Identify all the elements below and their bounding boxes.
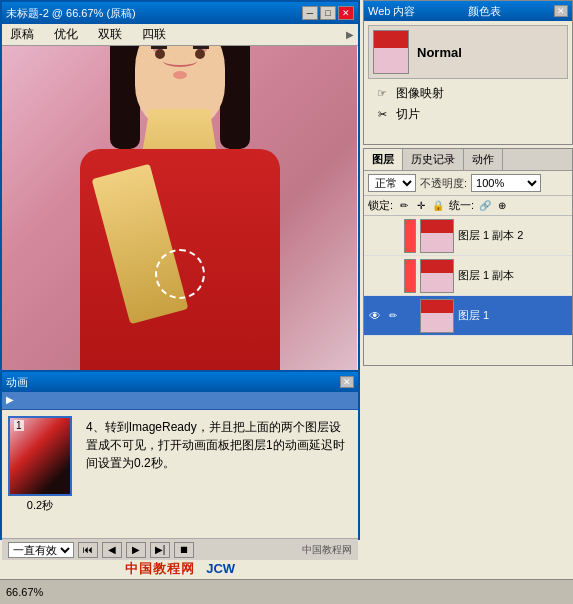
tab-history[interactable]: 历史记录 <box>403 149 464 170</box>
anim-prev-button[interactable]: ◀ <box>102 542 122 558</box>
opacity-select[interactable]: 100% <box>471 174 541 192</box>
web-tool-image-map[interactable]: ☞ 图像映射 <box>374 85 562 102</box>
zoom-level: 66.67% <box>6 586 43 598</box>
anim-strip-header: ▶ <box>2 392 358 410</box>
slice-icon: ✂ <box>374 107 390 123</box>
unite-icon2[interactable]: ⊕ <box>495 199 509 213</box>
anim-controls: 一直有效 ⏮ ◀ ▶ ▶| ⏹ 中国教程网 <box>2 538 358 560</box>
layer-visibility-icon[interactable]: 👁 <box>368 309 382 323</box>
main-canvas-window: 未标题-2 @ 66.67% (原稿) ─ □ ✕ 原稿 优化 双联 四联 ▶ <box>0 0 360 430</box>
layer-name-copy2: 图层 1 副本 2 <box>458 228 568 243</box>
anim-frame-1[interactable]: 1 0.2秒 <box>8 416 72 513</box>
anim-description: 4、转到ImageReady，并且把上面的两个图层设置成不可见，打开动画面板把图… <box>78 410 358 538</box>
anim-content: 1 0.2秒 4、转到ImageReady，并且把上面的两个图层设置成不可见，打… <box>2 410 358 538</box>
unite-label: 统一: <box>449 198 474 213</box>
layers-panel: 图层 历史记录 动作 正常 不透明度: 100% 锁定: ✏ ✛ 🔒 统一: 🔗… <box>363 148 573 366</box>
web-content-panel: Web 内容 颜色表 ✕ Normal ☞ 图像映射 ✂ 切片 <box>363 0 573 145</box>
minimize-button[interactable]: ─ <box>302 6 318 20</box>
watermark-logo-text: JCW <box>206 561 235 576</box>
anim-first-button[interactable]: ⏮ <box>78 542 98 558</box>
web-normal-label: Normal <box>417 45 462 60</box>
window-menu: 原稿 优化 双联 四联 ▶ <box>2 24 358 46</box>
layer-brush-icon <box>386 269 400 283</box>
layers-tabs: 图层 历史记录 动作 <box>364 149 572 171</box>
lock-icons: ✏ ✛ 🔒 <box>397 199 445 213</box>
menu-item-quad[interactable]: 四联 <box>138 24 170 45</box>
lock-all-icon[interactable]: 🔒 <box>431 199 445 213</box>
layer-color-box <box>404 259 416 293</box>
unite-icon1[interactable]: 🔗 <box>478 199 492 213</box>
layers-lock-bar: 锁定: ✏ ✛ 🔒 统一: 🔗 ⊕ <box>364 196 572 216</box>
web-tool2-label: 切片 <box>396 106 420 123</box>
layer-visibility-icon[interactable] <box>368 269 382 283</box>
layer-name-base: 图层 1 <box>458 308 568 323</box>
frame-duration-1: 0.2秒 <box>27 498 53 513</box>
lock-move-icon[interactable]: ✛ <box>414 199 428 213</box>
web-panel-header: Web 内容 颜色表 ✕ <box>364 1 572 21</box>
anim-strip-arrow: ▶ <box>2 392 18 407</box>
web-normal-item: Normal <box>368 25 568 79</box>
titlebar-buttons: ─ □ ✕ <box>302 6 354 20</box>
web-thumbnail <box>373 30 409 74</box>
layer-row-copy1[interactable]: 图层 1 副本 <box>364 256 572 296</box>
maximize-button[interactable]: □ <box>320 6 336 20</box>
layer-row-base[interactable]: 👁 ✏ 图层 1 <box>364 296 572 336</box>
menu-item-double[interactable]: 双联 <box>94 24 126 45</box>
frame-number-1: 1 <box>14 420 24 431</box>
blend-mode-select[interactable]: 正常 <box>368 174 416 192</box>
web-panel-tab1[interactable]: Web 内容 <box>368 4 415 19</box>
layer-brush-icon: ✏ <box>386 309 400 323</box>
layer-name-copy1: 图层 1 副本 <box>458 268 568 283</box>
layers-controls: 正常 不透明度: 100% <box>364 171 572 196</box>
web-tools: ☞ 图像映射 ✂ 切片 <box>368 83 568 125</box>
tab-actions[interactable]: 动作 <box>464 149 503 170</box>
anim-title: 动画 <box>6 375 28 390</box>
anim-titlebar: 动画 ✕ <box>2 372 358 392</box>
web-panel-tab2[interactable]: 颜色表 <box>468 4 501 19</box>
anim-close-button[interactable]: ✕ <box>340 376 354 388</box>
anim-loop-select[interactable]: 一直有效 <box>8 542 74 558</box>
anim-play-button[interactable]: ▶ <box>126 542 146 558</box>
web-thumbnail-inner <box>374 31 408 73</box>
layer-visibility-icon[interactable] <box>368 229 382 243</box>
animation-panel: 动画 ✕ ▶ 1 0.2秒 4、转到ImageReady，并且把上面的两个图层设… <box>0 370 360 540</box>
main-window-title: 未标题-2 @ 66.67% (原稿) <box>6 6 136 21</box>
anim-description-text: 4、转到ImageReady，并且把上面的两个图层设置成不可见，打开动画面板把图… <box>86 420 345 470</box>
image-map-icon: ☞ <box>374 86 390 102</box>
layer-color-box <box>404 219 416 253</box>
anim-frames: 1 0.2秒 <box>2 410 78 538</box>
bottom-status-bar: 66.67% <box>0 579 573 604</box>
lock-pixels-icon[interactable]: ✏ <box>397 199 411 213</box>
close-button[interactable]: ✕ <box>338 6 354 20</box>
menu-item-optimize[interactable]: 优化 <box>50 24 82 45</box>
layer-thumbnail <box>420 299 454 333</box>
layer-thumbnail <box>420 259 454 293</box>
watermark-site: 中国教程网 <box>302 543 352 557</box>
watermark-cn-text: 中国教程网 <box>125 561 195 576</box>
web-panel-close-button[interactable]: ✕ <box>554 5 568 17</box>
layer-thumbnail <box>420 219 454 253</box>
web-content-area: Normal ☞ 图像映射 ✂ 切片 <box>364 21 572 129</box>
anim-footer-icons: 中国教程网 <box>302 543 352 557</box>
menu-arrow-icon: ▶ <box>346 29 354 40</box>
anim-stop-button[interactable]: ⏹ <box>174 542 194 558</box>
circle-selection <box>155 249 205 299</box>
web-tool-slice[interactable]: ✂ 切片 <box>374 106 562 123</box>
frame-box-1: 1 <box>8 416 72 496</box>
unite-icons: 🔗 ⊕ <box>478 199 509 213</box>
web-tool1-label: 图像映射 <box>396 85 444 102</box>
main-window-titlebar: 未标题-2 @ 66.67% (原稿) ─ □ ✕ <box>2 2 358 24</box>
lock-label: 锁定: <box>368 198 393 213</box>
menu-item-original[interactable]: 原稿 <box>6 24 38 45</box>
anim-next-button[interactable]: ▶| <box>150 542 170 558</box>
layer-brush-icon <box>386 229 400 243</box>
watermark-area: 中国教程网 JCW <box>0 560 360 578</box>
opacity-label: 不透明度: <box>420 176 467 191</box>
tab-layers[interactable]: 图层 <box>364 149 403 170</box>
layer-row-copy2[interactable]: 图层 1 副本 2 <box>364 216 572 256</box>
